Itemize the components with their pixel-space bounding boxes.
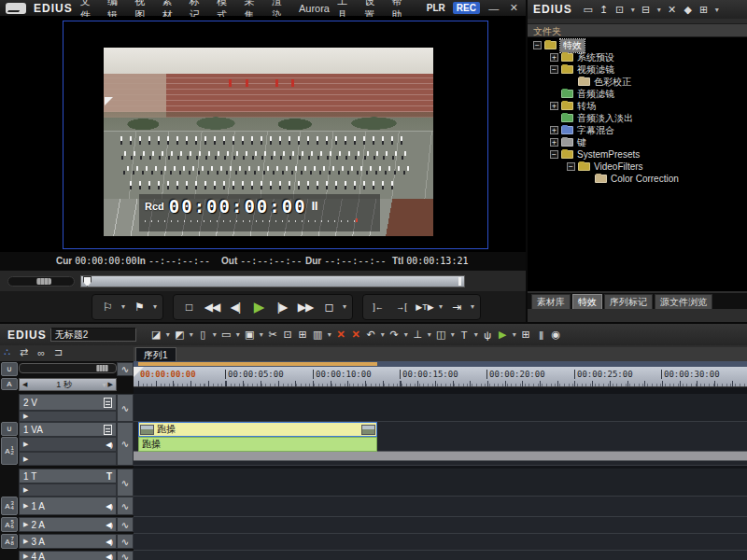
caret-icon[interactable]: ▾ [164, 330, 172, 339]
clip-video-segment[interactable]: 跑操 [138, 422, 377, 437]
redo-button[interactable]: ↷ [388, 327, 402, 343]
duplicate-caret[interactable]: ▾ [629, 6, 637, 14]
caret-icon[interactable]: ▾ [511, 330, 518, 339]
tree-item-system-presets[interactable]: + 系统预设 [528, 51, 747, 63]
a1-patch-button[interactable]: A 34 [1, 497, 18, 515]
view-mode-icon[interactable]: ⊞ [698, 4, 711, 16]
audio-mixer-button[interactable]: ||| [534, 327, 548, 343]
expander-icon[interactable]: + [550, 126, 558, 134]
shuttle-handle[interactable] [36, 278, 51, 285]
audio-crossfade-button[interactable]: ◩ [173, 327, 187, 343]
timeline-playhead[interactable] [134, 367, 144, 377]
track-sync-toggle[interactable]: ∿ [117, 394, 134, 422]
timescale-selector[interactable]: ◀ 1 秒 ▾ ▶ [19, 378, 117, 391]
jump-to-in-button[interactable]: ]← [367, 297, 389, 317]
default-transition-button[interactable]: ◪ [149, 327, 163, 343]
save-button[interactable]: ▣ [243, 327, 257, 343]
expander-icon[interactable]: − [550, 150, 558, 159]
group-mode-button[interactable]: ⊐ [54, 346, 63, 358]
tab-source-browser[interactable]: 源文件浏览 [655, 294, 712, 309]
expander-icon[interactable]: + [550, 102, 558, 110]
track-header-1t[interactable]: 1 T T [19, 469, 117, 483]
scale-slider-handle[interactable] [96, 365, 108, 371]
render-button[interactable]: ▶ [496, 327, 510, 343]
tree-item-effects[interactable]: − 特效 [528, 39, 747, 51]
track-sync-toggle[interactable]: ∿ [117, 362, 134, 376]
menu-aurora[interactable]: Aurora [299, 3, 330, 14]
tree-item-keys[interactable]: + 键 [528, 136, 747, 148]
view-mode-caret[interactable]: ▾ [713, 6, 721, 14]
set-out-marker-button[interactable]: ⚑ [128, 297, 150, 317]
track-sync-toggle[interactable]: ∿ [117, 497, 134, 515]
track-2v-content[interactable] [134, 394, 747, 422]
va-audio-patch-button[interactable]: A 12 [1, 437, 18, 465]
splitter-caret[interactable]: ▾ [655, 6, 663, 14]
tree-item-video-filters[interactable]: − 视频滤镜 [528, 63, 747, 76]
a2-patch-button[interactable]: A 56 [1, 517, 18, 532]
expander-icon[interactable]: + [550, 138, 558, 147]
duplicate-icon[interactable]: ⊡ [613, 4, 627, 16]
insert-mode-button[interactable]: ⇄ [20, 346, 28, 358]
caret-icon[interactable]: ▾ [449, 330, 457, 339]
delete-button[interactable]: ✕ [334, 327, 348, 343]
tree-item-videofilters-en[interactable]: − VideoFilters [528, 161, 747, 173]
timescale-caret[interactable]: ▾ [101, 381, 108, 389]
expand-triangle-icon[interactable]: ▶ [23, 486, 28, 494]
splitter-icon[interactable]: ⊟ [640, 4, 653, 16]
track-1t-expander-row[interactable]: ▶ [19, 483, 117, 497]
copy-button[interactable]: ⊡ [281, 327, 295, 343]
track-4a-content[interactable] [134, 551, 747, 560]
track-1a-content[interactable] [134, 497, 747, 517]
clip-audio-segment[interactable]: 跑操 [138, 437, 377, 452]
expand-triangle-icon[interactable]: ▶ [23, 441, 28, 448]
overwrite-mode-button[interactable]: ∞ [37, 347, 45, 358]
speaker-icon[interactable]: ◀) [106, 521, 112, 529]
set-out-marker-caret[interactable]: ▾ [151, 302, 159, 311]
speaker-icon[interactable]: ◀) [106, 553, 112, 560]
cut-button[interactable]: ✂ [266, 327, 280, 343]
color-correction-button[interactable]: ◉ [549, 327, 563, 343]
set-in-marker-button[interactable]: ⚐ [96, 297, 119, 317]
tree-item-audio-fades[interactable]: 音频淡入淡出 [528, 112, 747, 124]
grid-view-button[interactable]: ⊞ [519, 327, 533, 343]
export-button[interactable]: ⇥ [445, 297, 468, 317]
track-1t-content[interactable] [134, 469, 747, 497]
tree-item-audio-filters[interactable]: 音频滤镜 [528, 88, 747, 100]
new-sequence-button[interactable]: ▯ [196, 327, 210, 343]
track-1va-mixer-band[interactable] [134, 451, 747, 461]
play-around-caret[interactable]: ▾ [437, 302, 444, 311]
caret-icon[interactable]: ▾ [211, 330, 218, 339]
tab-asset-bin[interactable]: 素材库 [531, 294, 571, 309]
player-mode-button[interactable]: PLR [427, 3, 445, 13]
tree-item-transitions[interactable]: + 转场 [528, 100, 747, 112]
expander-icon[interactable]: − [533, 41, 542, 49]
folder-icon[interactable]: ▭ [582, 4, 595, 16]
track-1va-audio-row[interactable]: ▶ ◀) [19, 437, 117, 452]
bin-button[interactable]: ▥ [311, 327, 325, 343]
speaker-icon[interactable]: ◀) [106, 538, 112, 546]
rewind-button[interactable]: ◀◀ [201, 297, 223, 317]
track-header-2v[interactable]: 2 V [19, 394, 117, 411]
create-title-button[interactable]: T [458, 327, 472, 343]
voice-over-button[interactable]: ψ [481, 327, 495, 343]
track-sync-toggle[interactable]: ∿ [117, 551, 134, 560]
caret-icon[interactable]: ▾ [472, 330, 480, 339]
timeline-scale-slider[interactable] [19, 363, 117, 373]
position-playhead[interactable] [83, 276, 92, 287]
undo-button[interactable]: ↶ [364, 327, 378, 343]
track-header-3a[interactable]: ▶ 3 A ◀) [19, 534, 117, 549]
next-frame-button[interactable]: |▶ [271, 297, 293, 317]
shuttle-slider[interactable] [7, 276, 75, 287]
video-patch-button[interactable]: ∪ [1, 362, 18, 376]
expand-triangle-icon[interactable]: ▶ [23, 538, 28, 545]
minimize-button[interactable]: — [487, 3, 500, 14]
add-cut-point-button[interactable]: ⊥ [411, 327, 425, 343]
up-folder-icon[interactable]: ↥ [598, 4, 611, 16]
track-header-1va[interactable]: 1 VA [19, 422, 117, 437]
settings-icon[interactable]: ◆ [682, 4, 695, 16]
caret-icon[interactable]: ▾ [188, 330, 195, 339]
track-2a-content[interactable] [134, 517, 747, 534]
a3-patch-button[interactable]: A 78 [1, 534, 18, 549]
set-in-marker-caret[interactable]: ▾ [120, 302, 127, 311]
previous-frame-button[interactable]: ◀| [224, 297, 247, 317]
